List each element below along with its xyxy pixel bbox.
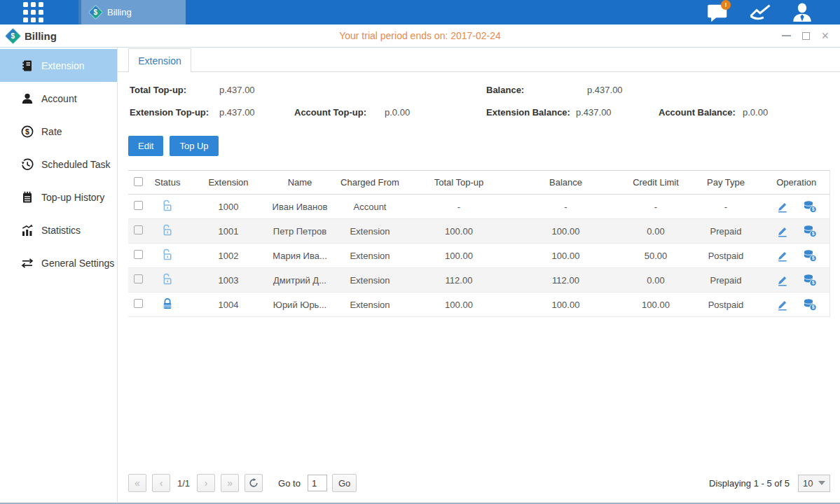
page-size-select[interactable]: 10	[798, 475, 830, 492]
status-cell	[148, 268, 187, 293]
billing-summary: Total Top-up: p.437.00 Balance: p.437.00…	[128, 72, 830, 127]
tab-extension[interactable]: Extension	[128, 48, 191, 72]
first-page-button[interactable]: «	[128, 474, 146, 492]
pagination-bar: « ‹ 1/1 › » Go to Go Displaying 1 - 5 of…	[128, 471, 830, 495]
table-row: 1003Дмитрий Д...Extension112.00112.000.0…	[128, 268, 829, 293]
app-body: ExtensionAccount$RateScheduled TaskTop-u…	[0, 48, 840, 502]
row-checkbox[interactable]	[134, 201, 143, 210]
refresh-button[interactable]	[245, 474, 263, 492]
notifications-icon[interactable]: !	[707, 4, 729, 22]
svg-text:$: $	[811, 280, 814, 286]
extension-cell: 1002	[187, 244, 270, 268]
last-page-button[interactable]: »	[221, 474, 239, 492]
balance-cell: 100.00	[508, 244, 624, 268]
sidebar-item-label: Rate	[41, 126, 62, 137]
edit-button[interactable]: Edit	[128, 136, 163, 156]
topup-extension-icon[interactable]: $	[803, 249, 817, 262]
sidebar-item-label: Statistics	[41, 225, 81, 236]
sidebar-item-label: Scheduled Task	[41, 159, 111, 170]
spacer	[128, 317, 830, 471]
pagination-right: Displaying 1 - 5 of 5 10	[709, 475, 830, 492]
sidebar-item-top-up-history[interactable]: Top-up History	[0, 181, 117, 214]
account-balance-value: p.0.00	[743, 107, 768, 118]
checkbox-cell	[128, 268, 148, 293]
sidebar-item-label: Account	[41, 93, 77, 104]
extension-balance-value: p.437.00	[576, 107, 612, 118]
balance-cell: 100.00	[508, 219, 624, 244]
action-buttons: Edit Top Up	[128, 136, 830, 156]
apps-grid-icon[interactable]	[23, 2, 48, 22]
lock-open-icon	[162, 248, 173, 261]
topup-extension-icon[interactable]: $	[803, 200, 817, 213]
goto-label: Go to	[278, 478, 301, 489]
title-left: $ Billing	[0, 30, 57, 42]
close-icon[interactable]: ×	[821, 32, 829, 40]
minimize-icon[interactable]	[782, 35, 791, 36]
pay-type-cell: Prepaid	[688, 268, 764, 293]
billing-app-icon: $	[88, 5, 103, 20]
lock-open-icon	[162, 200, 173, 212]
user-account-icon[interactable]	[791, 4, 813, 22]
displaying-text: Displaying 1 - 5 of 5	[709, 478, 790, 489]
edit-extension-icon[interactable]	[776, 274, 790, 286]
charged-from-cell: Extension	[330, 268, 410, 293]
pay-type-cell: Prepaid	[688, 219, 764, 244]
topup-button[interactable]: Top Up	[170, 136, 218, 156]
row-checkbox[interactable]	[134, 299, 143, 308]
name-cell: Иван Иванов	[270, 195, 330, 219]
checkbox-cell	[128, 293, 148, 317]
total-topup-cell: -	[410, 195, 508, 219]
billing-window: $ Billing !	[0, 0, 840, 504]
topbar-tab-billing[interactable]: $ Billing	[78, 0, 186, 24]
table-row: 1001Петр ПетровExtension100.00100.000.00…	[128, 219, 829, 244]
maximize-icon[interactable]	[802, 32, 810, 40]
extension-topup-value: p.437.00	[219, 107, 255, 118]
sidebar-item-general-settings[interactable]: General Settings	[0, 246, 117, 279]
row-checkbox[interactable]	[134, 225, 143, 234]
sidebar-item-scheduled-task[interactable]: Scheduled Task	[0, 148, 117, 181]
next-page-button[interactable]: ›	[197, 474, 215, 492]
edit-extension-icon[interactable]	[776, 298, 790, 311]
topup-extension-icon[interactable]: $	[803, 225, 817, 237]
svg-text:$: $	[811, 206, 814, 212]
charged-from-cell: Extension	[330, 293, 410, 317]
row-checkbox[interactable]	[134, 250, 143, 259]
goto-page-input[interactable]	[308, 475, 327, 491]
sidebar-item-account[interactable]: Account	[0, 82, 117, 115]
column-header-balance: Balance	[508, 171, 624, 195]
name-cell: Дмитрий Д...	[270, 268, 330, 293]
sidebar-item-extension[interactable]: Extension	[0, 49, 117, 82]
sidebar-item-statistics[interactable]: Statistics	[0, 214, 117, 246]
edit-extension-icon[interactable]	[776, 249, 790, 262]
extension-cell: 1004	[187, 293, 270, 317]
balance-cell: 112.00	[508, 268, 624, 293]
op-cell: $	[764, 268, 829, 293]
topbar-right: !	[707, 0, 840, 24]
extension-topup-label: Extension Top-up:	[130, 107, 209, 118]
prev-page-button[interactable]: ‹	[152, 474, 170, 492]
account-topup-label: Account Top-up:	[294, 107, 366, 118]
sidebar-item-rate[interactable]: $Rate	[0, 115, 117, 148]
edit-extension-icon[interactable]	[776, 225, 790, 237]
row-checkbox[interactable]	[134, 274, 143, 284]
balance-cell: -	[508, 195, 624, 219]
extensions-table: StatusExtensionNameCharged FromTotal Top…	[128, 170, 830, 317]
sidebar: ExtensionAccount$RateScheduled TaskTop-u…	[0, 48, 118, 502]
total-topup-value: p.437.00	[219, 85, 255, 95]
select-all-checkbox[interactable]	[134, 177, 143, 186]
status-cell	[148, 293, 187, 317]
go-button[interactable]: Go	[332, 474, 357, 492]
status-cell	[148, 195, 187, 219]
edit-extension-icon[interactable]	[776, 200, 790, 213]
resource-monitor-icon[interactable]	[749, 4, 771, 22]
column-header-credit-limit: Credit Limit	[624, 171, 688, 195]
column-header-operation: Operation	[764, 171, 829, 195]
svg-text:$: $	[811, 255, 814, 261]
column-header-status: Status	[148, 171, 187, 195]
topup-extension-icon[interactable]: $	[803, 298, 817, 311]
column-header-extension: Extension	[187, 171, 270, 195]
name-cell: Юрий Юрь...	[270, 293, 330, 317]
topup-history-icon	[21, 191, 34, 204]
name-cell: Мария Ива...	[270, 244, 330, 268]
topup-extension-icon[interactable]: $	[803, 274, 817, 286]
